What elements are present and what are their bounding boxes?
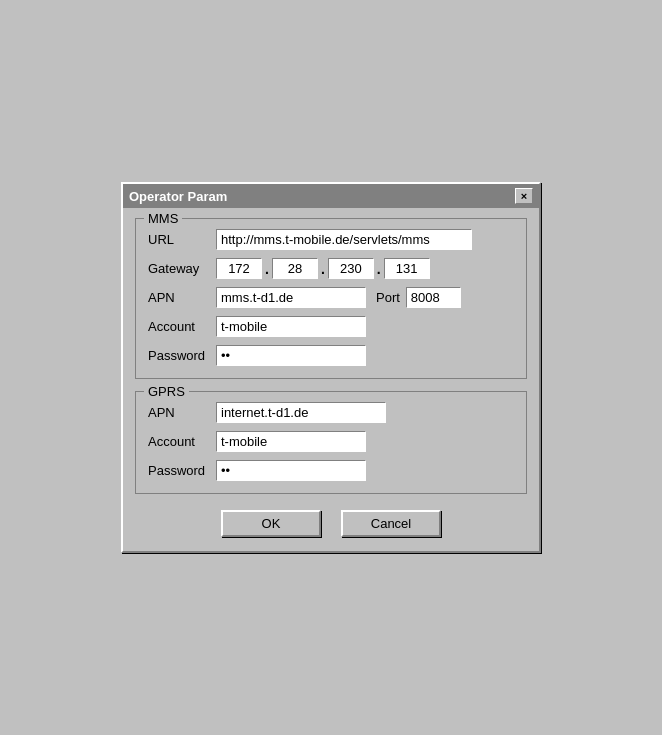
mms-apn-row: APN Port bbox=[148, 287, 514, 308]
dot3: . bbox=[377, 261, 381, 277]
dot2: . bbox=[321, 261, 325, 277]
dot1: . bbox=[265, 261, 269, 277]
url-row: URL bbox=[148, 229, 514, 250]
url-input[interactable] bbox=[216, 229, 472, 250]
gprs-account-row: Account bbox=[148, 431, 514, 452]
operator-param-dialog: Operator Param × MMS URL Gateway . . . bbox=[121, 182, 541, 553]
gprs-apn-label: APN bbox=[148, 405, 216, 420]
mms-account-label: Account bbox=[148, 319, 216, 334]
mms-apn-input[interactable] bbox=[216, 287, 366, 308]
cancel-button[interactable]: Cancel bbox=[341, 510, 441, 537]
close-button[interactable]: × bbox=[515, 188, 533, 204]
gateway-octet3[interactable] bbox=[328, 258, 374, 279]
mms-group-label: MMS bbox=[144, 211, 182, 226]
url-label: URL bbox=[148, 232, 216, 247]
mms-password-input[interactable] bbox=[216, 345, 366, 366]
mms-account-input[interactable] bbox=[216, 316, 366, 337]
port-label: Port bbox=[376, 290, 400, 305]
gprs-account-input[interactable] bbox=[216, 431, 366, 452]
mms-password-row: Password bbox=[148, 345, 514, 366]
ok-button[interactable]: OK bbox=[221, 510, 321, 537]
gprs-apn-row: APN bbox=[148, 402, 514, 423]
mms-apn-label: APN bbox=[148, 290, 216, 305]
mms-group: MMS URL Gateway . . . bbox=[135, 218, 527, 379]
gateway-octet2[interactable] bbox=[272, 258, 318, 279]
title-bar: Operator Param × bbox=[123, 184, 539, 208]
gateway-octet4[interactable] bbox=[384, 258, 430, 279]
gateway-label: Gateway bbox=[148, 261, 216, 276]
gprs-password-input[interactable] bbox=[216, 460, 366, 481]
mms-password-label: Password bbox=[148, 348, 216, 363]
dialog-title: Operator Param bbox=[129, 189, 515, 204]
button-row: OK Cancel bbox=[135, 506, 527, 539]
gateway-row: Gateway . . . bbox=[148, 258, 514, 279]
gprs-group: GPRS APN Account Password bbox=[135, 391, 527, 494]
mms-account-row: Account bbox=[148, 316, 514, 337]
gateway-inputs: . . . bbox=[216, 258, 430, 279]
port-input[interactable] bbox=[406, 287, 461, 308]
dialog-body: MMS URL Gateway . . . bbox=[123, 208, 539, 551]
gprs-account-label: Account bbox=[148, 434, 216, 449]
gprs-apn-input[interactable] bbox=[216, 402, 386, 423]
gprs-password-row: Password bbox=[148, 460, 514, 481]
gprs-password-label: Password bbox=[148, 463, 216, 478]
gprs-group-label: GPRS bbox=[144, 384, 189, 399]
gateway-octet1[interactable] bbox=[216, 258, 262, 279]
